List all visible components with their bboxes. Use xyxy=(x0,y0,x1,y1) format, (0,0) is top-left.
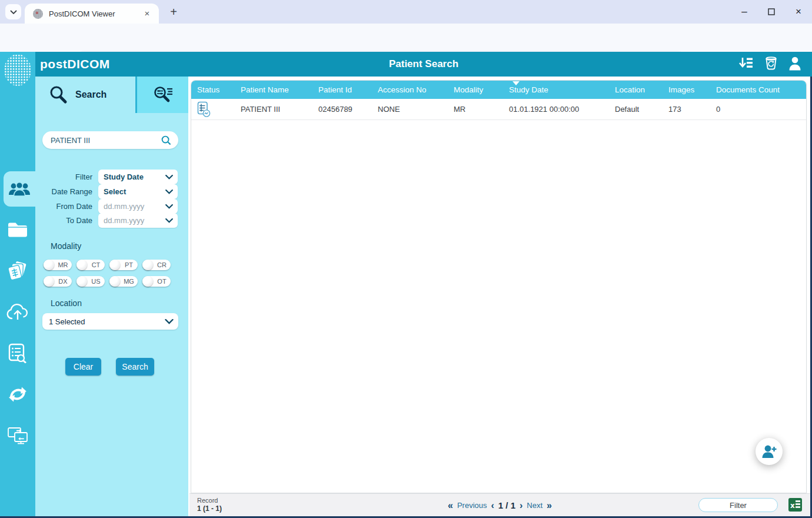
to-date-dropdown[interactable]: dd.mm.yyyy xyxy=(98,213,178,228)
column-header-status[interactable]: Status xyxy=(191,81,235,99)
sidebar-item-patients[interactable] xyxy=(4,171,35,207)
next-page-icon[interactable]: › xyxy=(520,500,523,511)
accession-no-cell[interactable]: NONE xyxy=(372,105,448,114)
window-controls: – × xyxy=(731,0,812,24)
location-cell[interactable]: Default xyxy=(609,105,663,114)
browser-tab[interactable]: PostDICOM Viewer × xyxy=(25,4,159,24)
last-page-icon[interactable]: » xyxy=(547,500,552,511)
to-date-label: To Date xyxy=(35,216,92,225)
sidebar-item-upload[interactable] xyxy=(0,294,35,329)
trash-icon[interactable] xyxy=(764,55,778,71)
next-page-button[interactable]: Next xyxy=(527,501,543,510)
date-range-label: Date Range xyxy=(35,187,92,196)
previous-page-button[interactable]: Previous xyxy=(457,501,487,510)
from-date-label: From Date xyxy=(35,202,92,211)
clear-button[interactable]: Clear xyxy=(65,358,101,376)
advanced-search-icon xyxy=(153,85,173,104)
browser-tab-title: PostDICOM Viewer xyxy=(49,9,141,18)
documents-count-cell[interactable]: 0 xyxy=(710,105,806,114)
modality-toggle-mg[interactable]: MG xyxy=(109,276,138,287)
filter-dropdown[interactable]: Study Date xyxy=(98,170,178,184)
device-transfer-icon xyxy=(7,426,28,444)
sidebar-item-images[interactable] xyxy=(0,253,35,288)
patients-icon xyxy=(8,181,31,197)
modality-toggle-mr[interactable]: MR xyxy=(44,260,72,270)
sidebar-item-device-transfer[interactable] xyxy=(0,417,35,453)
column-header-accession-no[interactable]: Accession No xyxy=(372,81,448,99)
close-window-button[interactable]: × xyxy=(785,0,812,24)
from-date-dropdown[interactable]: dd.mm.yyyy xyxy=(98,199,178,214)
search-tab-icon xyxy=(49,85,68,104)
search-tab-label: Search xyxy=(75,89,107,100)
download-queue-icon[interactable] xyxy=(738,55,754,71)
results-area: Status Patient Name Patient Id Accession… xyxy=(188,77,810,518)
list-search-icon xyxy=(8,343,27,363)
table-footer: Record 1 (1 - 1) « Previous ‹ 1 / 1 › Ne… xyxy=(189,493,810,516)
search-icon[interactable] xyxy=(161,135,171,145)
export-excel-button[interactable]: x xyxy=(788,498,802,512)
excel-icon: x xyxy=(788,498,802,512)
search-panel: Search xyxy=(35,77,188,518)
column-header-patient-id[interactable]: Patient Id xyxy=(312,81,372,99)
page-indicator: 1 / 1 xyxy=(498,500,515,510)
folder-icon xyxy=(8,221,28,237)
column-header-study-date[interactable]: Study Date xyxy=(503,81,609,99)
sidebar-item-folders[interactable] xyxy=(0,211,35,247)
site-favicon xyxy=(33,9,43,19)
location-label: Location xyxy=(51,298,82,308)
svg-text:x: x xyxy=(790,502,795,510)
chevron-down-icon xyxy=(165,218,173,223)
first-page-icon[interactable]: « xyxy=(448,500,453,511)
toggle-knob xyxy=(142,276,153,287)
table-row[interactable]: PATIENT III 02456789 NONE MR 01.01.1921 … xyxy=(191,99,806,120)
patient-name-cell[interactable]: PATIENT III xyxy=(235,105,312,114)
tab-advanced-search[interactable] xyxy=(137,77,188,113)
add-person-icon xyxy=(761,444,777,459)
tab-search-chevron-button[interactable] xyxy=(5,4,21,19)
modality-toggle-cr[interactable]: CR xyxy=(142,260,171,270)
status-cell[interactable] xyxy=(191,101,235,117)
column-header-location[interactable]: Location xyxy=(609,81,663,99)
date-range-dropdown[interactable]: Select xyxy=(98,184,178,199)
patient-search-field[interactable] xyxy=(42,131,178,149)
column-header-images[interactable]: Images xyxy=(663,81,710,99)
sort-desc-icon xyxy=(513,81,520,85)
column-header-patient-name[interactable]: Patient Name xyxy=(235,81,312,99)
images-count-cell[interactable]: 173 xyxy=(663,105,710,114)
column-header-modality[interactable]: Modality xyxy=(448,81,503,99)
maximize-button[interactable] xyxy=(758,0,785,24)
search-button[interactable]: Search xyxy=(116,358,154,376)
column-header-documents-count[interactable]: Documents Count xyxy=(710,81,806,99)
maximize-icon xyxy=(768,8,775,15)
add-patient-button[interactable] xyxy=(756,438,783,465)
toggle-knob xyxy=(109,260,120,270)
profile-icon[interactable] xyxy=(788,56,801,71)
page-title: Patient Search xyxy=(35,58,812,70)
toggle-knob xyxy=(76,276,87,287)
modality-toggle-ct[interactable]: CT xyxy=(76,260,105,270)
modality-toggle-us[interactable]: US xyxy=(76,276,105,287)
tab-basic-search[interactable]: Search xyxy=(35,77,135,113)
sidebar-item-worklist[interactable] xyxy=(0,336,35,371)
image-stack-icon xyxy=(7,260,28,281)
search-input[interactable] xyxy=(51,136,161,145)
toggle-knob xyxy=(44,276,54,287)
previous-page-icon[interactable]: ‹ xyxy=(491,500,494,511)
sidebar-item-sync[interactable] xyxy=(0,377,35,412)
study-date-cell[interactable]: 01.01.1921 00:00:00 xyxy=(503,105,609,114)
toggle-knob xyxy=(142,260,153,270)
new-tab-button[interactable]: + xyxy=(166,5,181,20)
filter-button[interactable]: Filter xyxy=(698,498,778,512)
modality-toggle-ot[interactable]: OT xyxy=(142,276,171,287)
minimize-button[interactable]: – xyxy=(731,0,758,24)
patient-id-cell[interactable]: 02456789 xyxy=(312,105,372,114)
patient-table: Status Patient Name Patient Id Accession… xyxy=(191,80,807,493)
modality-cell[interactable]: MR xyxy=(448,105,503,114)
app-header: postDICOM Patient Search xyxy=(35,52,812,77)
modality-label: Modality xyxy=(51,241,81,251)
report-status-icon xyxy=(197,101,211,117)
modality-toggle-pt[interactable]: PT xyxy=(109,260,138,270)
tab-close-icon[interactable]: × xyxy=(141,8,153,19)
location-dropdown[interactable]: 1 Selected xyxy=(42,313,178,330)
modality-toggle-dx[interactable]: DX xyxy=(44,276,72,287)
